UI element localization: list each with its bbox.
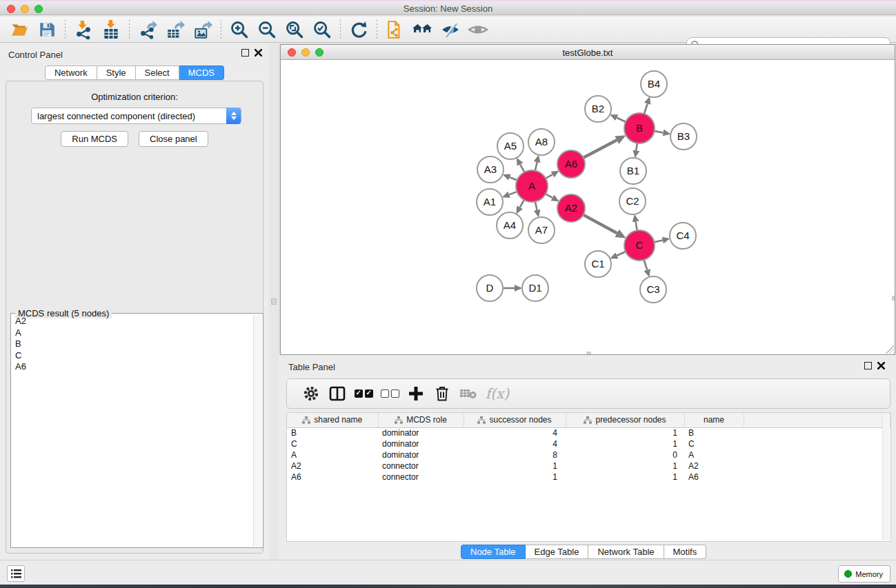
column-header-successor-nodes[interactable]: successor nodes (464, 413, 566, 427)
table-row[interactable]: Adominator80A (287, 449, 890, 460)
panel-splitter[interactable] (269, 43, 279, 560)
new-session-icon[interactable] (381, 19, 409, 41)
graph-edge-A-A2[interactable] (546, 194, 552, 198)
graph-edge-B-B4[interactable] (644, 104, 648, 114)
table-row[interactable]: A6connector11A6 (287, 472, 890, 483)
graph-node-A2[interactable]: A2 (557, 194, 585, 222)
export-table-icon[interactable] (161, 19, 189, 41)
save-session-icon[interactable] (33, 19, 61, 41)
graph-edge-A2-C[interactable] (584, 215, 617, 234)
tab-mcds[interactable]: MCDS (179, 65, 224, 80)
table-row[interactable]: Bdominator41B (287, 427, 890, 438)
splitter-handle-icon[interactable] (271, 298, 277, 305)
import-network-icon[interactable] (70, 19, 97, 41)
graph-node-A6[interactable]: A6 (557, 150, 585, 178)
graph-node-C[interactable]: C (624, 230, 655, 261)
graph-edge-A-A7[interactable] (535, 202, 537, 210)
export-network-icon[interactable] (134, 19, 161, 41)
delete-column-icon[interactable] (429, 385, 455, 402)
graph-edge-A-A4[interactable] (520, 200, 524, 207)
table-options-icon[interactable] (298, 385, 324, 402)
memory-button[interactable]: Memory (838, 565, 890, 582)
graph-edge-B-B2[interactable] (617, 118, 626, 122)
graph-node-A8[interactable]: A8 (528, 129, 555, 155)
graph-node-A[interactable]: A (516, 170, 548, 202)
network-graph[interactable]: B4B2BB3A5A8A6A3B1AA1C2A2A4A7C4CC1C3DD1 (281, 60, 895, 355)
canvas-right-handle[interactable] (892, 296, 895, 301)
criterion-dropdown[interactable]: largest connected component (directed) (31, 108, 241, 124)
result-item[interactable]: A (12, 327, 253, 339)
graph-node-B1[interactable]: B1 (620, 158, 646, 184)
add-column-icon[interactable] (403, 386, 429, 401)
tab-motifs[interactable]: Motifs (664, 545, 707, 559)
graph-edge-B-B1[interactable] (636, 143, 637, 151)
zoom-out-icon[interactable] (253, 19, 281, 41)
result-item[interactable]: C (12, 350, 253, 362)
graph-edge-C-C4[interactable] (655, 241, 663, 243)
graph-edge-A-A1[interactable] (509, 192, 517, 194)
select-all-checks-icon[interactable] (350, 389, 377, 398)
result-item[interactable]: B (12, 338, 253, 350)
graph-node-B4[interactable]: B4 (641, 71, 667, 97)
column-header-shared-name[interactable]: shared name (287, 413, 378, 427)
graph-node-A1[interactable]: A1 (477, 189, 503, 215)
tab-edge-table[interactable]: Edge Table (526, 545, 589, 559)
tab-node-table[interactable]: Node Table (461, 545, 526, 559)
graph-node-D[interactable]: D (477, 275, 503, 301)
graph-edge-A-A3[interactable] (510, 177, 517, 180)
graph-node-C3[interactable]: C3 (640, 276, 666, 303)
show-graphics-details-icon[interactable] (464, 19, 492, 41)
zoom-selected-icon[interactable] (308, 19, 336, 41)
table-scrollbar[interactable] (882, 414, 890, 540)
column-header-MCDS-role[interactable]: MCDS role (378, 413, 464, 427)
run-mcds-button[interactable]: Run MCDS (61, 131, 128, 147)
refresh-icon[interactable] (345, 19, 372, 41)
show-column-icon[interactable] (324, 386, 350, 401)
table-row[interactable]: A2connector11A2 (287, 460, 890, 472)
graph-edge-A-A5[interactable] (520, 165, 524, 172)
graph-edge-C-C2[interactable] (636, 222, 637, 231)
graph-node-A5[interactable]: A5 (497, 133, 524, 159)
home-icon[interactable] (409, 19, 437, 41)
float-panel-icon[interactable] (241, 49, 249, 57)
window-resize-grip[interactable] (886, 345, 894, 354)
result-item[interactable]: A6 (12, 361, 253, 373)
export-image-icon[interactable] (189, 19, 217, 41)
graph-node-C1[interactable]: C1 (585, 251, 611, 277)
zoom-in-icon[interactable] (226, 19, 253, 41)
graph-edge-B-B3[interactable] (655, 131, 664, 132)
graph-edge-A-A8[interactable] (535, 162, 537, 170)
table-row[interactable]: Cdominator41C (287, 438, 890, 449)
column-header-predecessor-nodes[interactable]: predecessor nodes (566, 413, 684, 427)
graph-edge-C-C1[interactable] (617, 252, 626, 256)
network-window-titlebar[interactable]: testGlobe.txt (281, 45, 895, 60)
canvas-bottom-handle[interactable] (586, 352, 591, 354)
graph-node-C4[interactable]: C4 (670, 223, 696, 249)
task-history-button[interactable] (7, 565, 25, 582)
deselect-all-checks-icon[interactable] (377, 389, 403, 398)
graph-edge-A-A6[interactable] (546, 174, 552, 179)
network-canvas[interactable]: B4B2BB3A5A8A6A3B1AA1C2A2A4A7C4CC1C3DD1 (281, 60, 895, 354)
graph-node-A4[interactable]: A4 (497, 212, 523, 239)
graph-edge-C-C3[interactable] (644, 260, 648, 270)
float-table-panel-icon[interactable] (864, 362, 872, 369)
close-panel-icon[interactable] (255, 49, 262, 57)
zoom-fit-icon[interactable] (281, 19, 308, 41)
result-item[interactable]: A2 (12, 316, 253, 327)
graph-node-D1[interactable]: D1 (522, 275, 548, 301)
tab-network[interactable]: Network (45, 65, 97, 80)
tab-network-table[interactable]: Network Table (588, 545, 664, 559)
result-scrollbar[interactable] (253, 314, 262, 547)
column-header-name[interactable]: name (684, 413, 744, 427)
hide-graphics-details-icon[interactable] (437, 19, 464, 41)
graph-node-B3[interactable]: B3 (670, 123, 697, 150)
tab-style[interactable]: Style (97, 65, 136, 80)
graph-node-B[interactable]: B (624, 113, 655, 143)
close-table-panel-icon[interactable] (877, 362, 885, 369)
graph-node-A3[interactable]: A3 (477, 156, 504, 183)
graph-node-B2[interactable]: B2 (585, 96, 611, 122)
open-session-icon[interactable] (6, 19, 33, 41)
graph-edge-A6-B[interactable] (584, 140, 617, 158)
graph-node-C2[interactable]: C2 (619, 188, 646, 214)
tab-select[interactable]: Select (136, 65, 179, 80)
